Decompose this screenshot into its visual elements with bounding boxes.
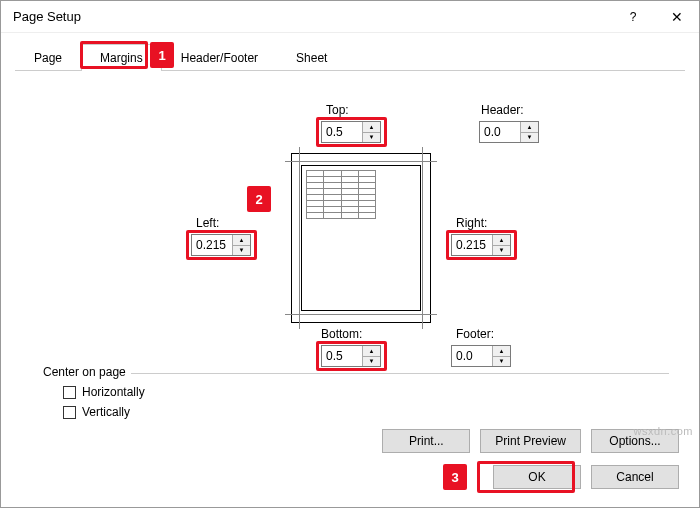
checkbox-vertically-label: Vertically <box>82 405 130 419</box>
preview-grid <box>306 170 376 219</box>
page-preview <box>291 153 431 323</box>
tab-page[interactable]: Page <box>15 44 81 71</box>
input-header[interactable] <box>480 122 520 142</box>
title-bar: Page Setup ? ✕ <box>1 1 699 33</box>
label-footer: Footer: <box>456 327 494 341</box>
spinner-left[interactable]: ▲▼ <box>232 235 250 255</box>
input-right[interactable] <box>452 235 492 255</box>
checkbox-box-icon <box>63 406 76 419</box>
close-button[interactable]: ✕ <box>655 1 699 33</box>
label-header: Header: <box>481 103 524 117</box>
label-left: Left: <box>196 216 219 230</box>
tab-header-footer[interactable]: Header/Footer <box>162 44 277 71</box>
input-footer-wrap: ▲▼ <box>451 345 511 367</box>
print-preview-button[interactable]: Print Preview <box>480 429 581 453</box>
button-row-bottom: OK Cancel <box>493 465 679 489</box>
spinner-footer[interactable]: ▲▼ <box>492 346 510 366</box>
dialog-title: Page Setup <box>13 9 611 24</box>
fieldset-divider <box>131 373 669 374</box>
input-top-wrap: ▲▼ <box>321 121 381 143</box>
callout-2: 2 <box>247 186 271 212</box>
input-left[interactable] <box>192 235 232 255</box>
print-button[interactable]: Print... <box>382 429 470 453</box>
checkbox-box-icon <box>63 386 76 399</box>
ok-button[interactable]: OK <box>493 465 581 489</box>
center-on-page-label: Center on page <box>43 365 126 379</box>
label-top: Top: <box>326 103 349 117</box>
checkbox-horizontally-label: Horizontally <box>82 385 145 399</box>
label-bottom: Bottom: <box>321 327 362 341</box>
callout-3: 3 <box>443 464 467 490</box>
spinner-right[interactable]: ▲▼ <box>492 235 510 255</box>
input-header-wrap: ▲▼ <box>479 121 539 143</box>
cancel-button[interactable]: Cancel <box>591 465 679 489</box>
watermark: wsxdn.com <box>633 425 693 437</box>
input-bottom[interactable] <box>322 346 362 366</box>
input-right-wrap: ▲▼ <box>451 234 511 256</box>
page-setup-dialog: Page Setup ? ✕ Page Margins Header/Foote… <box>0 0 700 508</box>
spinner-top[interactable]: ▲▼ <box>362 122 380 142</box>
input-left-wrap: ▲▼ <box>191 234 251 256</box>
help-button[interactable]: ? <box>611 1 655 33</box>
tab-sheet[interactable]: Sheet <box>277 44 346 71</box>
input-top[interactable] <box>322 122 362 142</box>
dialog-content: Top: ▲▼ Header: ▲▼ Left: ▲▼ Right: ▲▼ Bo… <box>1 71 699 431</box>
label-right: Right: <box>456 216 487 230</box>
input-bottom-wrap: ▲▼ <box>321 345 381 367</box>
checkbox-horizontally[interactable]: Horizontally <box>63 385 145 399</box>
input-footer[interactable] <box>452 346 492 366</box>
tab-strip: Page Margins Header/Footer Sheet <box>15 43 685 71</box>
checkbox-vertically[interactable]: Vertically <box>63 405 130 419</box>
spinner-bottom[interactable]: ▲▼ <box>362 346 380 366</box>
callout-1: 1 <box>150 42 174 68</box>
spinner-header[interactable]: ▲▼ <box>520 122 538 142</box>
